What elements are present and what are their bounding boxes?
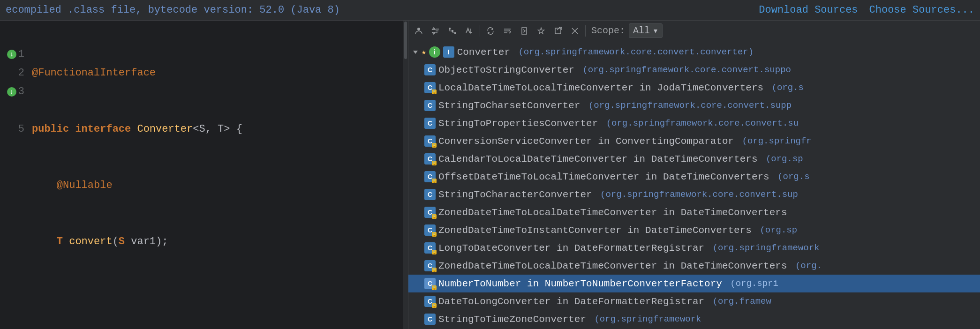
list-item[interactable]: C🔒 ConversionServiceConverter in Convert…	[408, 132, 980, 150]
tree-root-item[interactable]: ★ i I Converter (org.springframework.cor…	[408, 43, 980, 61]
top-bar: ecompiled .class file, bytecode version:…	[0, 0, 980, 21]
scope-value: All	[633, 25, 650, 36]
gutter-icon-1[interactable]: ↓	[7, 50, 16, 59]
root-info-icon: i	[429, 46, 440, 58]
panel-toolbar: Scope: All ▾	[408, 21, 980, 41]
root-item-name: Converter	[457, 47, 510, 58]
list-item[interactable]: C StringToPropertiesConverter (org.sprin…	[408, 114, 980, 132]
lock-badge: 🔒	[432, 179, 437, 183]
hierarchy-icon[interactable]	[446, 24, 459, 37]
list-item[interactable]: C StringToCharacterConverter (org.spring…	[408, 186, 980, 203]
class-icon-lock: C🔒	[424, 171, 436, 182]
class-icon: C	[424, 64, 436, 75]
list-item[interactable]: C StringToCharsetConverter (org.springfr…	[408, 97, 980, 114]
class-icon: C	[424, 118, 436, 129]
svg-rect-1	[449, 28, 451, 30]
code-line-nullable: @Nullable	[32, 176, 402, 195]
root-item-pkg: (org.springframework.core.convert.conver…	[513, 47, 754, 57]
class-icon-lock: C🔒	[424, 153, 436, 164]
class-icon: C	[424, 100, 436, 111]
class-icon-lock: C🔒	[424, 135, 436, 147]
code-line-signature: public interface Converter<S, T> {	[32, 120, 402, 139]
code-line-method: T convert(S var1);	[32, 232, 402, 251]
root-star-icon: ★	[422, 47, 426, 57]
code-line-blank	[32, 289, 402, 307]
toolbar-sep-2	[585, 25, 586, 37]
lock-badge: 🔒	[432, 285, 437, 290]
editor-scrollbar-thumb[interactable]	[404, 22, 407, 59]
list-item[interactable]: C🔒 CalendarToLocalDateTimeConverter in D…	[408, 150, 980, 168]
list-item[interactable]: C🔒 LongToDateConverter in DateFormatterR…	[408, 239, 980, 257]
list-item[interactable]: C StringToTimeZoneConverter (org.springf…	[408, 310, 980, 328]
file-info-label: ecompiled .class file, bytecode version:…	[6, 4, 749, 16]
list-item[interactable]: C ObjectToStringConverter (org.springfra…	[408, 61, 980, 79]
collapse-all-icon[interactable]	[501, 24, 514, 37]
close-panel-icon[interactable]	[568, 24, 581, 37]
refresh-icon[interactable]	[484, 24, 497, 37]
code-content: ↓ 1 2 ↓ 3 5 @FunctionalInterface public …	[0, 21, 408, 329]
gutter-icon-3[interactable]: ↓	[7, 87, 16, 97]
class-icon-lock: C🔒	[424, 224, 436, 236]
class-icon-lock: C🔒	[424, 82, 436, 93]
list-item[interactable]: C🔒 DateToLongConverter in DateFormatterR…	[408, 292, 980, 310]
list-item[interactable]: C🔒 OffsetDateTimeToLocalTimeConverter in…	[408, 168, 980, 186]
lock-badge: 🔒	[432, 143, 437, 148]
root-expand-arrow[interactable]	[412, 49, 419, 55]
scope-dropdown[interactable]: All ▾	[629, 23, 663, 38]
lock-badge: 🔒	[432, 232, 437, 237]
arrows-vertical-icon[interactable]	[429, 24, 442, 37]
class-icon: C	[424, 314, 436, 325]
class-icon-lock: C🔒	[424, 296, 436, 307]
list-item[interactable]: C🔒 LocalDateTimeToLocalTimeConverter in …	[408, 79, 980, 97]
open-editor-icon[interactable]	[551, 24, 565, 37]
list-item[interactable]: C🔒 ZonedDateTimeToInstantConverter in Da…	[408, 221, 980, 239]
lock-badge: 🔒	[432, 161, 437, 165]
class-icon-lock: C🔒	[424, 260, 436, 271]
person-icon[interactable]	[412, 24, 425, 37]
scope-label: Scope:	[591, 25, 625, 36]
lock-badge: 🔒	[432, 268, 437, 272]
choose-sources-link[interactable]: Choose Sources...	[869, 4, 974, 16]
selected-list-item[interactable]: C🔒 NumberToNumber in NumberToNumberConve…	[408, 275, 980, 292]
download-sources-link[interactable]: Download Sources	[759, 4, 858, 16]
scope-dropdown-arrow: ▾	[653, 25, 658, 37]
root-class-icon: I	[443, 46, 454, 58]
list-item[interactable]: C🔒 ZonedDateTimeToLocalDateTimeConverter…	[408, 203, 980, 221]
line-numbers: ↓ 1 2 ↓ 3 5	[0, 21, 28, 329]
top-bar-links: Download Sources Choose Sources...	[759, 4, 974, 16]
expand-icon[interactable]	[518, 24, 531, 37]
lock-badge: 🔒	[432, 90, 437, 94]
sort-icon[interactable]	[463, 24, 476, 37]
class-icon-lock: C🔒	[424, 242, 436, 254]
class-icon-lock: C🔒	[424, 207, 436, 218]
tree-list[interactable]: ★ i I Converter (org.springframework.cor…	[408, 41, 980, 329]
code-editor: ↓ 1 2 ↓ 3 5 @FunctionalInterface public …	[0, 21, 408, 329]
list-item[interactable]: C🔒 ZonedDateTimeToLocalDateTimeConverter…	[408, 257, 980, 275]
class-icon-selected: C🔒	[424, 278, 436, 289]
code-line-annotation: @FunctionalInterface	[32, 64, 402, 82]
toolbar-sep-1	[480, 25, 480, 37]
lock-badge: 🔒	[432, 303, 437, 308]
right-panel: Scope: All ▾ ★ i I Converter (org.spring…	[408, 21, 980, 329]
code-lines: @FunctionalInterface public interface Co…	[28, 21, 408, 329]
lock-badge: 🔒	[432, 214, 437, 219]
main-area: ↓ 1 2 ↓ 3 5 @FunctionalInterface public …	[0, 21, 980, 329]
svg-point-0	[417, 28, 420, 30]
editor-scrollbar[interactable]	[403, 21, 408, 329]
class-icon: C	[424, 189, 436, 200]
lock-badge: 🔒	[432, 250, 437, 254]
pin-icon[interactable]	[535, 24, 548, 37]
